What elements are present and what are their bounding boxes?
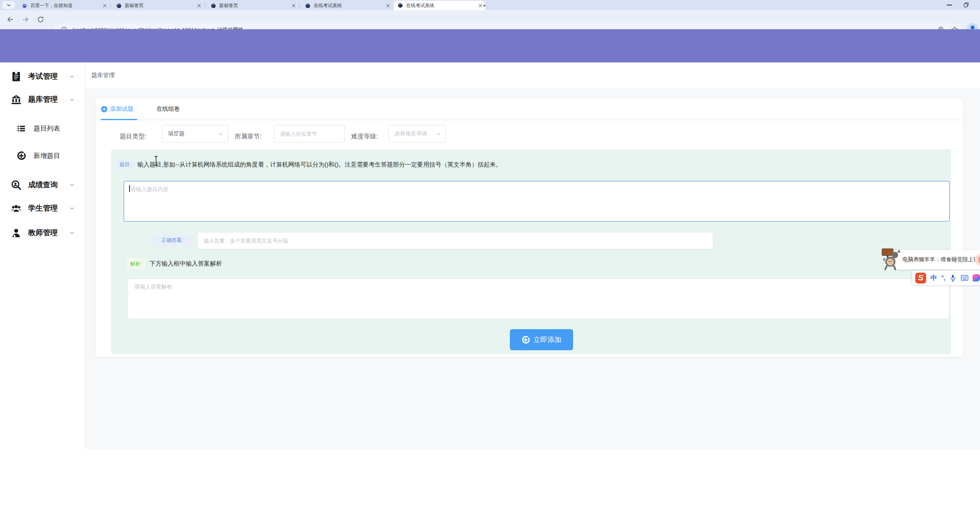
reload-icon[interactable] [37,16,44,23]
chevron-down-icon [436,132,441,136]
chevron-down-icon [70,231,74,235]
chapter-input-wrap [274,125,345,143]
add-now-button[interactable]: 立即添加 [510,329,573,350]
chevron-down-icon [7,3,11,7]
ibeam-mouse-cursor [154,156,158,166]
card-tabs: 添加试题 在线组卷 [96,98,963,120]
ime-language-toggle[interactable]: 中 [930,273,937,282]
question-content-textarea[interactable] [124,181,950,222]
question-badge: 题目: [116,159,134,170]
tab-divider [110,3,111,8]
globe-icon [398,3,403,8]
chevron-down-icon [218,132,223,136]
browser-tab-exam-1[interactable]: 在线考试系统 [301,1,393,10]
browser-tabstrip: 百度一下，你就知道 新标签页 新标签页 在线考试系统 在线考试系统 + [0,0,980,10]
close-icon[interactable] [197,4,201,7]
correct-answer-badge: 正确答案: [152,234,193,246]
students-icon [11,203,21,214]
keyboard-icon[interactable] [961,274,968,282]
ime-pet-character[interactable] [880,248,901,271]
baidu-paw-icon [22,3,27,9]
sidebar-item-score-query[interactable]: 成绩查询 [0,174,84,196]
tab-search-button[interactable] [2,1,15,9]
microphone-icon[interactable] [949,274,957,282]
active-tab-underline [101,119,137,120]
difficulty-label: 难度等级: [351,133,378,141]
question-form-panel: 题目: 输入题目,形如--从计算机网络系统组成的角度看，计算机网络可以分为()和… [111,149,951,354]
sidebar-item-exam-management[interactable]: 考试管理 [0,66,84,87]
window-restore-button[interactable] [964,2,969,7]
close-icon[interactable] [103,4,107,7]
sidebar-item-teacher-management[interactable]: 教师管理 [0,222,84,244]
globe-icon [116,3,122,9]
question-type-value: 填空题 [168,130,185,137]
new-tab-button[interactable]: + [481,2,488,9]
chevron-down-icon [70,183,74,187]
tab-online-paper[interactable]: 在线组卷 [156,98,180,120]
question-type-label: 题目类型: [120,133,146,141]
ime-toolbar: S 中 °, [912,271,980,285]
difficulty-select[interactable]: 选择难度等级 [388,125,446,143]
sidebar-item-question-bank[interactable]: 题库管理 [0,89,84,110]
chapter-input[interactable] [274,125,344,142]
browser-tab-newtab-2[interactable]: 新标签页 [207,1,298,10]
ime-skin-icon[interactable] [973,274,980,282]
globe-icon [211,3,216,9]
globe-icon [305,3,311,9]
breadcrumb-bar: 题库管理 [85,62,980,89]
content-card: 添加试题 在线组卷 题目类型: 填空题 所属章节: 难度等 [96,98,963,357]
tab-add-question[interactable]: 添加试题 [101,98,133,120]
breadcrumb: 题库管理 [91,72,115,79]
forward-icon[interactable] [22,16,30,23]
chevron-up-icon [70,98,74,102]
tabs-divider-line [96,120,963,120]
teacher-icon [11,228,21,238]
question-instruction: 输入题目,形如--从计算机网络系统组成的角度看，计算机网络可以分为()和()。注… [137,161,502,169]
difficulty-placeholder: 选择难度等级 [394,130,427,137]
close-icon[interactable] [386,4,390,7]
sidebar: 考试管理 题库管理 题目列表 新增题目 成绩查询 学生管理 教师管理 [0,62,85,449]
tab-divider [205,3,205,8]
correct-answer-input[interactable] [197,232,713,249]
analysis-badge: 解析: [127,258,146,269]
sidebar-item-question-list[interactable]: 题目列表 [0,117,84,139]
app-header: 在线考试系统后台 很高兴遇见您, 超级管理员 超级管理员 [0,29,980,62]
plus-circle-solid-icon [101,106,107,112]
plus-circle-icon [17,151,26,160]
tab-divider [299,3,300,8]
chevron-down-icon [70,74,74,79]
chevron-down-icon [70,206,74,211]
analysis-textarea[interactable] [128,278,950,319]
chapter-label: 所属章节: [235,133,261,141]
browser-tab-exam-active[interactable]: 在线考试系统 [394,1,485,10]
main-area: 题库管理 添加试题 在线组卷 题目类型: 填空题 [85,62,980,507]
screen: 百度一下，你就知道 新标签页 新标签页 在线考试系统 在线考试系统 + [0,0,980,507]
question-type-select[interactable]: 填空题 [162,125,228,143]
exam-doc-icon [11,71,21,82]
browser-toolbar: localhost:9202/#/addAnswerChildren?paper… [0,10,980,29]
text-caret [129,185,130,192]
content-region: 添加试题 在线组卷 题目类型: 填空题 所属章节: 难度等 [85,89,980,449]
back-icon[interactable] [6,16,14,23]
browser-tab-baidu[interactable]: 百度一下，你就知道 [18,1,110,10]
ime-punctuation-toggle[interactable]: °, [941,275,945,282]
plus-circle-icon [522,336,530,344]
sidebar-item-student-management[interactable]: 学生管理 [0,197,84,219]
close-icon[interactable] [292,4,295,7]
sogou-logo-icon[interactable]: S [915,273,926,284]
search-user-icon [11,180,21,190]
window-minimize-button[interactable] [947,5,952,5]
ime-pet-text: 电脑养懒羊羊：喂食睡觉陪上班 [902,256,979,263]
bank-icon [11,94,21,105]
list-icon [17,124,26,133]
sidebar-item-add-question[interactable]: 新增题目 [0,145,84,167]
analysis-hint: 下方输入框中输入答案解析 [149,260,222,268]
browser-tab-newtab-1[interactable]: 新标签页 [112,1,204,10]
